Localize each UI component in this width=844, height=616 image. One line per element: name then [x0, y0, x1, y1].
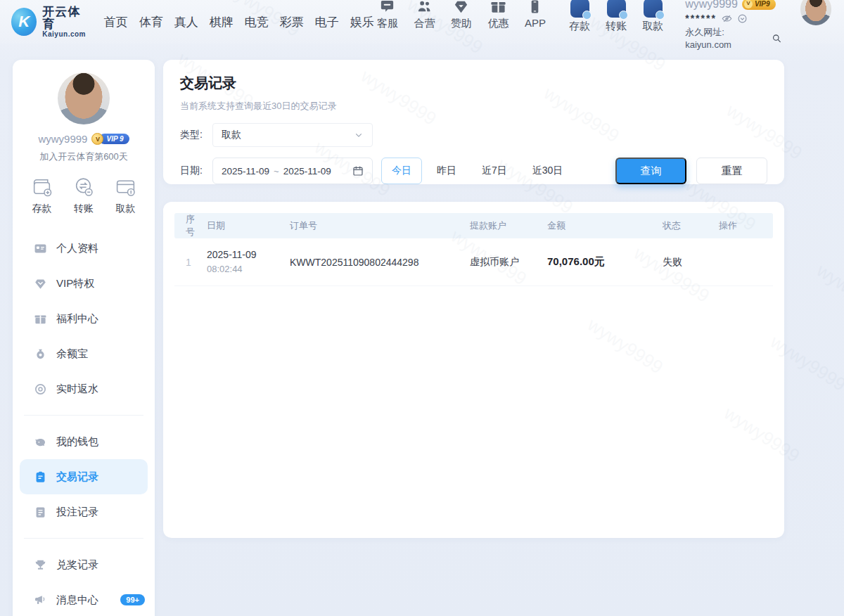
withdraw-tile-icon	[644, 0, 663, 18]
gift-icon	[490, 0, 506, 15]
eye-off-icon[interactable]	[722, 13, 732, 24]
bets-icon	[34, 506, 47, 519]
yuebao-icon	[34, 347, 47, 361]
search-button[interactable]: 查询	[615, 158, 686, 184]
withdraw-icon	[115, 176, 136, 198]
sidebar-deposit-button[interactable]: 存款	[31, 176, 53, 215]
col-order-no: 订单号	[290, 219, 470, 232]
permanent-url-label: 永久网址: kaiyun.com	[685, 26, 769, 51]
date-filter-label: 日期:	[180, 165, 212, 177]
col-action: 操作	[719, 219, 773, 232]
range-today-button[interactable]: 今日	[381, 158, 422, 184]
sidebar-item-yuebao[interactable]: 余额宝	[13, 336, 155, 371]
sidebar-vip-badge: V VIP 9	[91, 133, 129, 145]
row-datetime: 2025-11-09 08:02:44	[207, 248, 290, 276]
rebate-icon	[34, 383, 47, 396]
sidebar-avatar[interactable]	[58, 72, 110, 124]
sidebar-item-profile[interactable]: 个人资料	[13, 231, 155, 266]
chevron-down-icon	[354, 130, 364, 140]
nav-sports[interactable]: 体育	[139, 14, 163, 30]
main-nav: 首页 体育 真人 棋牌 电竞 彩票 电子 娱乐	[104, 14, 374, 30]
profile-icon	[34, 242, 47, 255]
brand-name: 开云体育	[42, 6, 88, 31]
range-30days-button[interactable]: 近30日	[522, 158, 574, 184]
message-icon	[34, 593, 47, 607]
vip-medal-icon: V	[744, 0, 753, 8]
page-subtitle: 当前系统支持查询最近30日的交易记录	[180, 100, 767, 113]
sidebar-item-messages[interactable]: 消息中心 99+	[13, 582, 155, 616]
vip-icon	[34, 277, 47, 290]
transfer-icon	[73, 176, 95, 198]
transfer-button-top[interactable]: 转账	[602, 0, 630, 33]
sidebar-item-welfare[interactable]: 福利中心	[13, 301, 155, 336]
sidebar-withdraw-button[interactable]: 取款	[115, 176, 136, 215]
row-account: 虚拟币账户	[470, 256, 547, 269]
nav-lottery[interactable]: 彩票	[280, 14, 304, 30]
row-status: 失败	[663, 256, 719, 269]
customer-service-button[interactable]: 客服	[374, 0, 402, 30]
main-content: 交易记录 当前系统支持查询最近30日的交易记录 类型: 取款 日期: 2025-…	[163, 60, 784, 538]
table-header-row: 序号 日期 订单号 提款账户 金额 状态 操作	[174, 213, 773, 238]
col-date: 日期	[207, 219, 290, 232]
records-table-card: 序号 日期 订单号 提款账户 金额 状态 操作 1 2025-11-09 08:…	[163, 202, 784, 538]
date-range-input[interactable]: 2025-11-09 ~ 2025-11-09	[212, 158, 373, 184]
sidebar-item-transactions[interactable]: 交易记录	[20, 459, 148, 494]
col-amount: 金额	[547, 219, 663, 232]
transactions-icon	[34, 470, 47, 484]
sidebar-divider	[24, 415, 143, 416]
deposit-button-top[interactable]: 存款	[565, 0, 594, 33]
balance-masked: ******	[685, 12, 717, 25]
col-status: 状态	[663, 219, 719, 232]
row-order-no: KWWT202511090802444298	[290, 257, 470, 268]
nav-live[interactable]: 真人	[174, 14, 198, 30]
partners-button[interactable]: 合营	[411, 0, 438, 30]
row-amount: 70,076.00元	[547, 255, 663, 269]
message-count-badge: 99+	[120, 594, 145, 605]
nav-cards[interactable]: 棋牌	[210, 14, 234, 30]
page-title: 交易记录	[180, 74, 767, 93]
reset-button[interactable]: 重置	[696, 158, 767, 184]
nav-esports[interactable]: 电竞	[245, 14, 269, 30]
sidebar-item-wallet[interactable]: 我的钱包	[13, 424, 155, 459]
nav-slots[interactable]: 电子	[315, 14, 339, 30]
user-info-block: wywy9999 V VIP9 ****** 永久网址: kaiyun.com	[685, 0, 782, 51]
app-screen: K 开云体育 Kaiyun.com 首页 体育 真人 棋牌 电竞 彩票 电子 娱…	[0, 0, 844, 616]
col-index: 序号	[174, 213, 207, 238]
sidebar-item-rebate[interactable]: 实时返水	[13, 371, 155, 406]
top-navbar: K 开云体育 Kaiyun.com 首页 体育 真人 棋牌 电竞 彩票 电子 娱…	[0, 0, 844, 44]
range-yesterday-button[interactable]: 昨日	[426, 158, 467, 184]
transfer-tile-icon	[607, 0, 626, 18]
app-download-button[interactable]: APP	[522, 0, 549, 29]
sidebar-menu: 个人资料 VIP特权 福利中心 余额宝 实时返水 我的钱包	[13, 231, 155, 616]
vip-badge: V VIP9	[742, 0, 776, 10]
withdraw-button-top[interactable]: 取款	[639, 0, 667, 33]
brand-domain: Kaiyun.com	[42, 31, 88, 39]
sidebar-transfer-button[interactable]: 转账	[73, 176, 95, 215]
brand-logo-icon: K	[11, 8, 37, 36]
type-select[interactable]: 取款	[212, 123, 373, 147]
range-7days-button[interactable]: 近7日	[471, 158, 518, 184]
sidebar-item-bets[interactable]: 投注记录	[13, 494, 155, 530]
deposit-tile-icon	[570, 0, 589, 18]
refresh-balance-icon[interactable]	[737, 13, 748, 24]
username: wywy9999	[685, 0, 738, 11]
user-avatar[interactable]	[800, 0, 831, 25]
redeem-icon	[34, 558, 47, 572]
type-filter-label: 类型:	[180, 129, 212, 141]
sidebar-username: wywy9999	[38, 133, 87, 145]
filter-card: 交易记录 当前系统支持查询最近30日的交易记录 类型: 取款 日期: 2025-…	[163, 60, 784, 184]
sidebar-item-redeem[interactable]: 兑奖记录	[13, 547, 155, 582]
wallet-icon	[34, 435, 47, 449]
nav-home[interactable]: 首页	[104, 14, 128, 30]
promotions-button[interactable]: 优惠	[485, 0, 512, 30]
table-row: 1 2025-11-09 08:02:44 KWWT20251109080244…	[174, 238, 773, 286]
nav-entertainment[interactable]: 娱乐	[350, 14, 374, 30]
chat-icon	[379, 0, 395, 15]
row-index: 1	[174, 257, 207, 268]
search-icon[interactable]	[772, 33, 781, 44]
sidebar-item-vip[interactable]: VIP特权	[13, 266, 155, 301]
brand-logo[interactable]: K 开云体育 Kaiyun.com	[11, 6, 89, 38]
membership-days-text: 加入开云体育第600天	[13, 150, 155, 163]
phone-icon	[527, 0, 543, 15]
sponsor-button[interactable]: 赞助	[448, 0, 475, 30]
